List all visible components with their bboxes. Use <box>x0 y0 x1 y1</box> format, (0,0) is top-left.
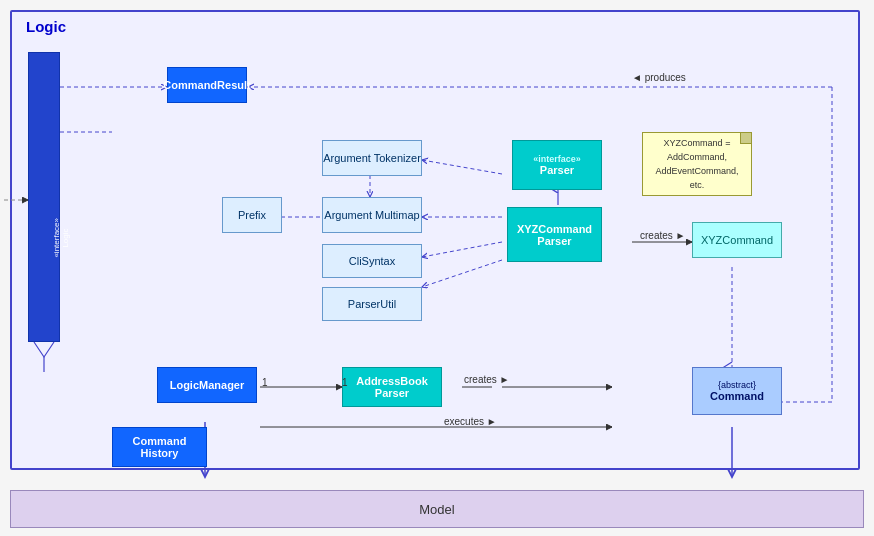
executes-label: executes ► <box>444 416 497 427</box>
prefix-box: Prefix <box>222 197 282 233</box>
abstract-command-box: {abstract} Command <box>692 367 782 415</box>
argument-multimap-box: Argument Multimap <box>322 197 422 233</box>
xyz-command-parser-box: XYZCommand Parser <box>507 207 602 262</box>
interface-logic-label: «interface»Logic <box>45 93 77 383</box>
command-result-box: CommandResult <box>167 67 247 103</box>
parser-util-box: ParserUtil <box>322 287 422 321</box>
xyz-command-note: XYZCommand = AddCommand, AddEventCommand… <box>642 132 752 196</box>
argument-tokenizer-box: Argument Tokenizer <box>322 140 422 176</box>
svg-line-10 <box>422 260 502 287</box>
creates-xyz-label: creates ► <box>640 230 685 241</box>
logic-box: Logic <box>10 10 860 470</box>
svg-line-7 <box>422 160 502 174</box>
svg-line-9 <box>422 242 502 257</box>
cli-syntax-box: CliSyntax <box>322 244 422 278</box>
logic-manager-box: LogicManager <box>157 367 257 403</box>
interface-logic-bar: «interface»Logic <box>28 52 60 342</box>
produces-label: ◄ produces <box>632 72 686 83</box>
interface-parser-box: «interface» Parser <box>512 140 602 190</box>
xyz-command-box: XYZCommand <box>692 222 782 258</box>
model-box: Model <box>10 490 864 528</box>
creates-ab-label: creates ► <box>464 374 509 385</box>
logic-title: Logic <box>26 18 66 35</box>
main-container: Logic <box>0 0 874 536</box>
addressbook-parser-box: AddressBook Parser <box>342 367 442 407</box>
multiplicity-1a: 1 <box>262 377 268 388</box>
command-history-box: Command History <box>112 427 207 467</box>
multiplicity-1b: 1 <box>342 377 348 388</box>
